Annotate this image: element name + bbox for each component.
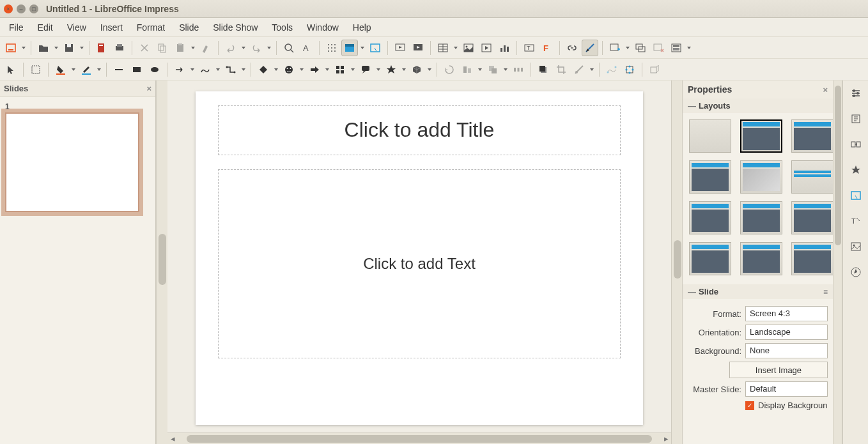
basic-shapes-dropdown[interactable] (273, 61, 279, 78)
callout-icon[interactable] (357, 61, 374, 78)
flowchart-dropdown[interactable] (350, 61, 356, 78)
star-dropdown[interactable] (401, 61, 407, 78)
sidebar-styles-icon[interactable]: T (847, 212, 865, 230)
master-select[interactable]: Default (745, 381, 828, 397)
paste-icon[interactable] (172, 40, 189, 56)
slide-section-menu-icon[interactable]: ≡ (823, 287, 828, 296)
redo-icon[interactable] (248, 40, 265, 56)
background-select[interactable]: None (745, 343, 828, 358)
copy-icon[interactable] (154, 40, 171, 56)
slide-thumbnail-item[interactable]: 1 (0, 97, 155, 217)
chart-icon[interactable] (496, 40, 513, 56)
delete-slide-icon[interactable] (650, 40, 667, 56)
slide-section-header[interactable]: Slide ≡ (683, 284, 833, 299)
basic-shapes-icon[interactable] (255, 61, 272, 78)
layout-4content[interactable] (740, 242, 782, 275)
new-slide-dropdown[interactable] (624, 40, 631, 56)
textbox-icon[interactable]: T (521, 40, 538, 56)
text-placeholder[interactable]: Click to add Text (218, 169, 621, 358)
line-icon[interactable] (111, 61, 127, 78)
line-color-icon[interactable] (78, 61, 95, 78)
distribute-icon[interactable] (510, 61, 527, 78)
show-draw-icon[interactable] (582, 40, 598, 56)
insert-image-button[interactable]: Insert Image (729, 362, 828, 378)
filter-dropdown[interactable] (589, 61, 595, 78)
find-icon[interactable] (281, 40, 297, 56)
new-icon[interactable] (3, 40, 19, 56)
zoompan-icon[interactable] (27, 61, 44, 78)
open-dropdown[interactable] (53, 40, 59, 56)
menu-format[interactable]: Format (130, 20, 171, 35)
image-icon[interactable] (460, 40, 477, 56)
spellcheck-icon[interactable]: A (298, 40, 315, 56)
extrusion-icon[interactable] (646, 61, 663, 78)
edit-vertical-scrollbar-right[interactable] (671, 80, 683, 444)
sidebar-master-icon[interactable] (847, 187, 865, 204)
menu-tools[interactable]: Tools (265, 20, 299, 35)
print-icon[interactable] (111, 40, 128, 56)
ellipse-icon[interactable] (146, 61, 163, 78)
select-icon[interactable] (3, 61, 19, 78)
scroll-left-icon[interactable] (167, 435, 178, 443)
layouts-section-header[interactable]: Layouts (683, 98, 833, 113)
connector-icon[interactable] (222, 61, 239, 78)
paste-dropdown[interactable] (190, 40, 196, 56)
undo-dropdown[interactable] (240, 40, 247, 56)
undo-icon[interactable] (222, 40, 239, 56)
export-pdf-icon[interactable] (93, 40, 110, 56)
menu-help[interactable]: Help (346, 20, 378, 35)
curve-icon[interactable] (197, 61, 213, 78)
menu-insert[interactable]: Insert (94, 20, 129, 35)
display-views-icon[interactable] (341, 40, 358, 56)
slides-panel-close-icon[interactable]: × (146, 84, 151, 93)
master-slide-icon[interactable] (367, 40, 384, 56)
sidebar-gallery-icon[interactable] (847, 238, 865, 256)
menu-window[interactable]: Window (300, 20, 345, 35)
slide-layout-dropdown[interactable] (686, 40, 692, 56)
layout-blank[interactable] (689, 119, 731, 153)
save-icon[interactable] (61, 40, 77, 56)
new-slide-icon[interactable] (607, 40, 623, 56)
menu-slideshow[interactable]: Slide Show (206, 20, 264, 35)
arrange-icon[interactable] (484, 61, 501, 78)
display-views-dropdown[interactable] (359, 40, 366, 56)
open-icon[interactable] (35, 40, 52, 56)
points-icon[interactable] (603, 61, 620, 78)
format-select[interactable]: Screen 4:3 (745, 306, 828, 321)
start-current-icon[interactable] (410, 40, 426, 56)
align-dropdown[interactable] (477, 61, 483, 78)
grid-icon[interactable] (323, 40, 340, 56)
line-color-dropdown[interactable] (96, 61, 102, 78)
sidebar-navigator-icon[interactable] (847, 263, 865, 281)
table-icon[interactable] (435, 40, 451, 56)
block-arrow-icon[interactable] (306, 61, 323, 78)
menu-edit[interactable]: Edit (31, 20, 59, 35)
arrow-line-icon[interactable] (171, 61, 188, 78)
crop-icon[interactable] (553, 61, 570, 78)
edit-vertical-scrollbar-left[interactable] (156, 80, 167, 444)
edit-horizontal-scrollbar[interactable] (167, 433, 671, 444)
arrange-dropdown[interactable] (502, 61, 509, 78)
layout-two-content[interactable] (689, 160, 731, 194)
menu-view[interactable]: View (61, 20, 93, 35)
redo-dropdown[interactable] (266, 40, 272, 56)
window-close-button[interactable]: × (4, 4, 13, 13)
properties-scrollbar[interactable] (833, 80, 842, 444)
symbol-shapes-dropdown[interactable] (298, 61, 305, 78)
threed-dropdown[interactable] (426, 61, 433, 78)
layout-6content[interactable] (791, 242, 833, 275)
fontwork-icon[interactable]: F (539, 40, 555, 56)
duplicate-slide-icon[interactable] (632, 40, 649, 56)
connector-dropdown[interactable] (240, 61, 247, 78)
filter-icon[interactable] (571, 61, 587, 78)
slide-thumbnail[interactable] (5, 112, 139, 212)
gluepoints-icon[interactable] (621, 61, 638, 78)
menu-slide[interactable]: Slide (173, 20, 205, 35)
sidebar-properties-icon[interactable] (847, 110, 865, 128)
menu-file[interactable]: File (3, 20, 30, 35)
layout-2over1[interactable] (791, 201, 833, 234)
threed-icon[interactable] (408, 61, 425, 78)
layout-centered[interactable] (791, 160, 833, 194)
scroll-right-icon[interactable] (661, 435, 671, 443)
properties-close-icon[interactable]: × (823, 85, 828, 95)
